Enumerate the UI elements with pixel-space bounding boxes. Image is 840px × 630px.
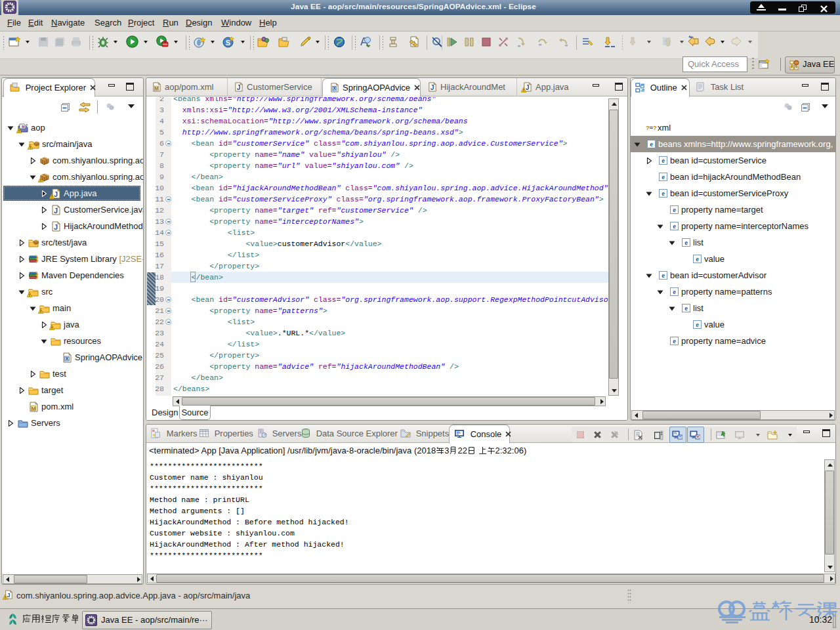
svg-text:S: S (226, 39, 230, 47)
svg-text:?: ? (653, 124, 656, 131)
